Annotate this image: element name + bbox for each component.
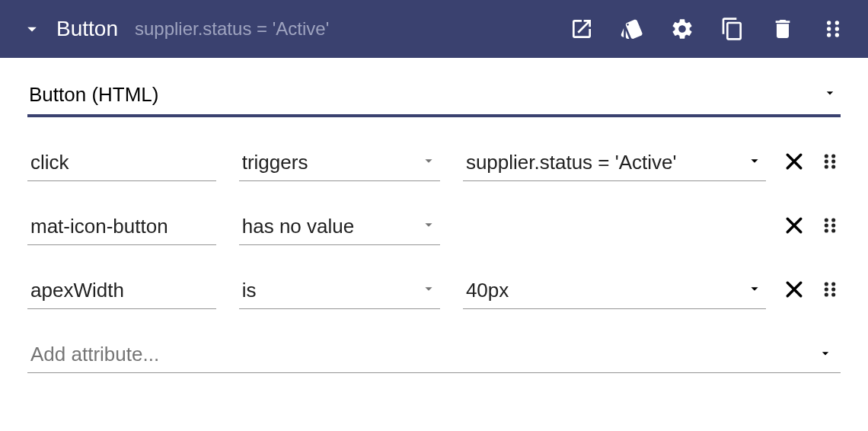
dropdown-caret-icon: [420, 215, 437, 238]
add-attribute-select[interactable]: Add attribute...: [27, 337, 841, 373]
svg-point-12: [825, 218, 828, 222]
dropdown-caret-icon: [420, 279, 437, 302]
row-drag-handle-icon[interactable]: [819, 215, 841, 239]
attribute-operator-label: has no value: [242, 215, 354, 238]
remove-row-button[interactable]: [783, 150, 806, 176]
svg-point-3: [835, 27, 839, 30]
copy-icon[interactable]: [711, 8, 754, 50]
attribute-value-select[interactable]: supplier.status = 'Active': [463, 145, 766, 181]
svg-point-21: [831, 287, 835, 291]
style-icon[interactable]: [611, 8, 653, 50]
svg-point-6: [825, 154, 828, 158]
attribute-value-select[interactable]: 40px: [463, 273, 766, 309]
svg-point-18: [825, 282, 828, 286]
attribute-row: is 40px: [27, 273, 841, 309]
svg-point-11: [831, 164, 835, 168]
svg-point-1: [835, 21, 839, 24]
svg-point-9: [831, 159, 835, 163]
add-attribute-placeholder: Add attribute...: [27, 343, 159, 366]
component-type-select[interactable]: Button (HTML): [27, 75, 841, 117]
attribute-operator-select[interactable]: triggers: [239, 145, 440, 181]
row-drag-handle-icon[interactable]: [819, 279, 841, 303]
svg-point-2: [827, 27, 831, 30]
attribute-operator-label: is: [242, 279, 257, 302]
svg-point-7: [831, 154, 835, 158]
settings-icon[interactable]: [661, 8, 704, 50]
svg-point-5: [835, 33, 839, 37]
attribute-operator-label: triggers: [242, 151, 308, 174]
attribute-value-label: 40px: [466, 279, 509, 302]
attribute-operator-select[interactable]: is: [239, 273, 440, 309]
attribute-name-input[interactable]: [27, 145, 216, 181]
component-header: Button supplier.status = 'Active': [0, 0, 868, 58]
attribute-name-input[interactable]: [27, 209, 216, 245]
svg-point-4: [827, 33, 831, 37]
svg-point-13: [831, 218, 835, 222]
component-subtitle: supplier.status = 'Active': [135, 18, 329, 40]
delete-icon[interactable]: [761, 8, 804, 50]
component-type-label: Button (HTML): [27, 83, 159, 107]
svg-point-0: [827, 21, 831, 24]
collapse-toggle[interactable]: [17, 14, 47, 44]
svg-point-20: [825, 287, 828, 291]
svg-point-17: [831, 228, 835, 232]
svg-point-15: [831, 223, 835, 227]
dropdown-caret-icon: [746, 279, 763, 302]
remove-row-button[interactable]: [783, 278, 806, 304]
svg-point-10: [825, 164, 828, 168]
svg-point-23: [831, 292, 835, 296]
svg-point-14: [825, 223, 828, 227]
attribute-value-label: supplier.status = 'Active': [466, 151, 677, 174]
svg-point-22: [825, 292, 828, 296]
dropdown-caret-icon: [746, 151, 763, 174]
attribute-operator-select[interactable]: has no value: [239, 209, 440, 245]
attribute-rows: triggers supplier.status = 'Active': [27, 145, 841, 309]
open-external-icon[interactable]: [560, 8, 603, 50]
svg-point-16: [825, 228, 828, 232]
attribute-row: has no value: [27, 209, 841, 245]
component-title: Button: [56, 17, 118, 41]
svg-point-19: [831, 282, 835, 286]
row-drag-handle-icon[interactable]: [819, 151, 841, 175]
dropdown-caret-icon: [822, 85, 838, 104]
attribute-name-input[interactable]: [27, 273, 216, 309]
dropdown-caret-icon: [818, 346, 833, 364]
attribute-row: triggers supplier.status = 'Active': [27, 145, 841, 181]
drag-handle-icon[interactable]: [812, 8, 854, 50]
svg-point-8: [825, 159, 828, 163]
remove-row-button[interactable]: [783, 214, 806, 240]
dropdown-caret-icon: [420, 151, 437, 174]
